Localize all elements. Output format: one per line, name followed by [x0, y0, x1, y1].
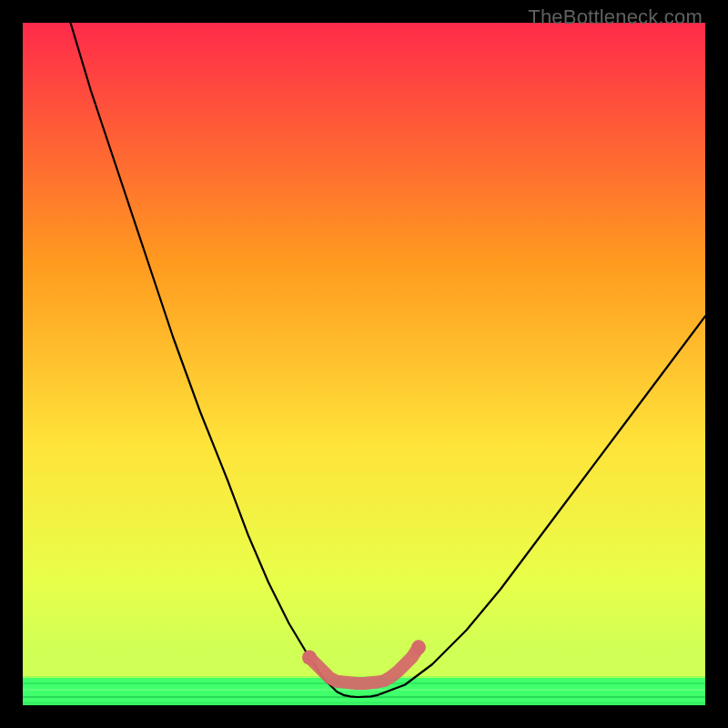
- highlight-end-dot: [411, 640, 426, 654]
- chart-frame: TheBottleneck.com: [0, 0, 728, 728]
- watermark-label: TheBottleneck.com: [528, 5, 703, 29]
- plot-area: [23, 23, 705, 705]
- chart-svg: [23, 23, 705, 705]
- gradient-background: [23, 23, 705, 705]
- svg-rect-5: [23, 702, 705, 705]
- highlight-end-dot: [302, 651, 317, 665]
